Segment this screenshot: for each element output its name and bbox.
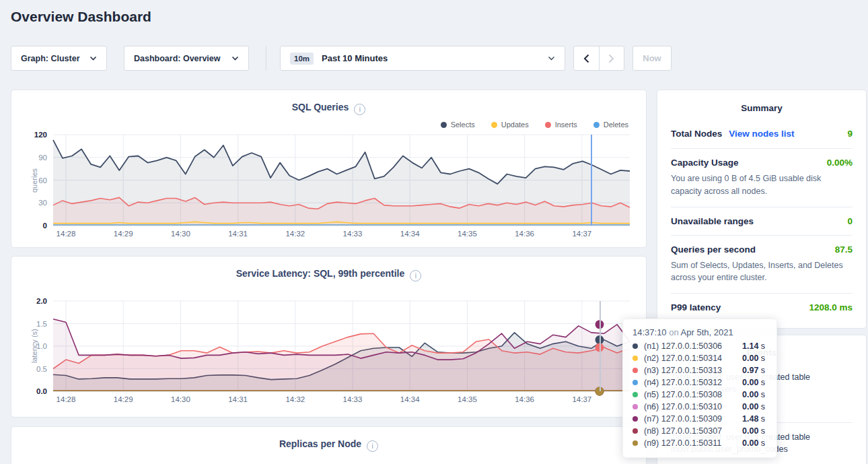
svg-text:14:30: 14:30	[171, 230, 190, 238]
capacity-label: Capacity Usage	[671, 158, 739, 168]
sql-queries-chart[interactable]: 030609012014:2814:2914:3014:3114:3214:33…	[53, 135, 630, 226]
tooltip-node-row: (n2) 127.0.0.1:503140.00 s	[632, 354, 767, 363]
svg-text:14:34: 14:34	[400, 230, 420, 238]
tooltip-node-row: (n6) 127.0.0.1:503100.00 s	[632, 402, 767, 411]
view-nodes-list-link[interactable]: View nodes list	[729, 129, 794, 139]
svg-text:14:31: 14:31	[228, 395, 248, 403]
replicas-per-node-panel: Replicas per Nodei	[11, 426, 647, 464]
info-icon[interactable]: i	[367, 440, 378, 452]
time-nav-group	[573, 46, 624, 71]
svg-text:14:33: 14:33	[343, 395, 363, 403]
chart-title-text: SQL Queries	[292, 102, 349, 112]
p99-latency-value: 1208.0 ms	[809, 302, 853, 312]
legend-label: Inserts	[555, 121, 577, 129]
svg-text:0.5: 0.5	[36, 365, 47, 373]
time-next-button[interactable]	[599, 46, 624, 70]
hover-tooltip: 14:37:10 on Apr 5th, 2021 (n1) 127.0.0.1…	[622, 319, 777, 458]
tooltip-node-row: (n4) 127.0.0.1:503120.00 s	[632, 378, 767, 387]
dashboard-dropdown[interactable]: Dashboard: Overview	[124, 46, 249, 71]
now-button[interactable]: Now	[632, 46, 672, 71]
service-latency-chart[interactable]: 0.00.51.01.52.014:2814:2914:3014:3114:32…	[53, 301, 630, 391]
graph-dropdown[interactable]: Graph: Cluster	[11, 46, 107, 71]
node-latency-value: 1.48 s	[742, 414, 765, 424]
time-window-label: Past 10 Minutes	[322, 53, 540, 63]
chevron-down-icon	[548, 56, 555, 61]
legend-item-selects[interactable]: Selects	[441, 121, 475, 129]
chart-title-text: Service Latency: SQL, 99th percentile	[236, 268, 405, 279]
tooltip-time: 14:37:10	[632, 327, 667, 337]
chevron-down-icon	[89, 56, 97, 61]
svg-text:14:28: 14:28	[57, 230, 76, 238]
svg-text:14:29: 14:29	[114, 230, 133, 238]
summary-title: Summary	[657, 90, 866, 119]
tooltip-node-row: (n8) 127.0.0.1:503070.00 s	[632, 426, 767, 436]
svg-text:60: 60	[38, 176, 47, 185]
svg-text:1.5: 1.5	[36, 320, 47, 328]
svg-text:14:37: 14:37	[572, 230, 591, 238]
node-color-dot-icon	[632, 356, 638, 361]
info-icon[interactable]: i	[410, 270, 421, 281]
node-color-dot-icon	[632, 404, 638, 409]
node-color-dot-icon	[632, 343, 638, 349]
node-color-dot-icon	[632, 392, 638, 397]
svg-text:14:32: 14:32	[285, 230, 305, 238]
node-address: (n1) 127.0.0.1:50306	[644, 341, 742, 351]
summary-panel: Summary Total NodesView nodes list 9 Cap…	[657, 90, 867, 329]
legend-item-inserts[interactable]: Inserts	[545, 121, 577, 129]
sql-queries-title: SQL Queriesi	[11, 102, 646, 115]
svg-text:14:28: 14:28	[57, 395, 76, 403]
legend-item-deletes[interactable]: Deletes	[593, 121, 628, 129]
info-icon[interactable]: i	[354, 104, 365, 115]
node-address: (n9) 127.0.0.1:50311	[644, 438, 742, 448]
capacity-value: 0.00%	[827, 158, 853, 168]
svg-text:14:30: 14:30	[171, 395, 190, 403]
qps-label: Queries per second	[671, 244, 756, 255]
svg-text:14:35: 14:35	[458, 230, 477, 238]
tooltip-timestamp: 14:37:10 on Apr 5th, 2021	[632, 327, 767, 337]
tooltip-node-row: (n9) 127.0.0.1:503110.00 s	[632, 438, 767, 448]
legend-dot-icon	[545, 122, 551, 128]
node-latency-value: 0.00 s	[742, 378, 765, 387]
tooltip-node-row: (n3) 127.0.0.1:503130.97 s	[632, 366, 767, 375]
tooltip-date: Apr 5th, 2021	[681, 327, 733, 337]
summary-row-qps: Queries per second 87.5 Sum of Selects, …	[671, 235, 853, 294]
summary-rows: Total NodesView nodes list 9 Capacity Us…	[657, 119, 866, 321]
dashboard-dropdown-label: Dashboard: Overview	[134, 54, 221, 63]
graph-dropdown-label: Graph: Cluster	[21, 54, 80, 63]
legend-item-updates[interactable]: Updates	[491, 121, 529, 129]
time-prev-button[interactable]	[574, 46, 599, 70]
p99-latency-label: P99 latency	[671, 302, 721, 312]
node-address: (n6) 127.0.0.1:50310	[644, 402, 742, 411]
legend-dot-icon	[491, 122, 497, 128]
node-address: (n8) 127.0.0.1:50307	[644, 426, 742, 436]
legend-dot-icon	[441, 122, 447, 128]
hover-crosshair-line	[600, 301, 601, 391]
tooltip-node-row: (n5) 127.0.0.1:503080.00 s	[632, 390, 767, 399]
y-axis-label: queries	[30, 135, 38, 226]
service-latency-title: Service Latency: SQL, 99th percentilei	[11, 268, 646, 281]
node-color-dot-icon	[632, 440, 638, 446]
tooltip-on-text: on	[669, 327, 678, 337]
node-latency-value: 0.00 s	[742, 354, 765, 363]
node-address: (n2) 127.0.0.1:50314	[644, 354, 742, 363]
chart-legend: SelectsUpdatesInsertsDeletes	[441, 121, 628, 129]
svg-text:90: 90	[38, 154, 47, 162]
tooltip-node-row: (n1) 127.0.0.1:503061.14 s	[632, 341, 767, 351]
svg-text:14:34: 14:34	[400, 395, 420, 403]
chevron-down-icon	[231, 56, 239, 61]
svg-text:0: 0	[43, 222, 47, 230]
sql-queries-panel: SQL Queriesi SelectsUpdatesInsertsDelete…	[11, 90, 647, 248]
total-nodes-value: 9	[847, 129, 853, 139]
node-address: (n3) 127.0.0.1:50313	[644, 366, 742, 375]
node-color-dot-icon	[632, 368, 638, 373]
svg-text:2.0: 2.0	[36, 297, 47, 305]
time-window-badge: 10m	[290, 53, 314, 65]
svg-text:1.0: 1.0	[36, 342, 47, 350]
legend-label: Updates	[501, 121, 529, 129]
controls-divider	[266, 46, 266, 71]
capacity-description: You are using 0 B of 4.5 GiB usable disk…	[671, 172, 853, 198]
time-range-dropdown[interactable]: 10m Past 10 Minutes	[280, 46, 565, 71]
summary-row-capacity: Capacity Usage 0.00% You are using 0 B o…	[671, 148, 853, 207]
unavailable-ranges-label: Unavailable ranges	[671, 216, 754, 226]
node-address: (n4) 127.0.0.1:50312	[644, 378, 742, 387]
